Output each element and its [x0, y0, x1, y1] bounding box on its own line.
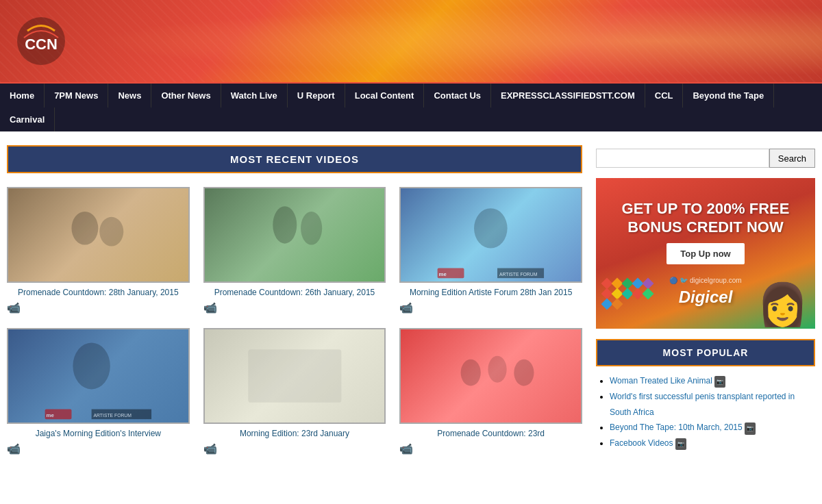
logo-container: CCN — [14, 14, 68, 68]
video-camera-icon-2: 📹 — [399, 301, 413, 314]
video-card-2[interactable]: meARTISTE FORUM Morning Edition Artiste … — [399, 187, 582, 314]
nav-item-carnival[interactable]: Carnival — [0, 108, 55, 131]
svg-point-7 — [301, 212, 322, 245]
video-camera-icon-1: 📹 — [203, 301, 217, 314]
sidebar: Search GET UP TO 200% FREE BONUS CREDIT … — [596, 145, 815, 469]
digicel-logo: Digicel — [679, 288, 733, 307]
nav-item-contact-us[interactable]: Contact Us — [424, 84, 491, 108]
nav-item-news[interactable]: News — [108, 84, 151, 108]
site-header: CCN — [0, 0, 822, 82]
most-popular-title: MOST POPULAR — [596, 339, 815, 366]
svg-text:CCN: CCN — [25, 36, 58, 53]
svg-rect-2 — [38, 188, 158, 281]
search-input[interactable] — [596, 149, 769, 168]
video-card-3[interactable]: meARTISTE FORUM Jaiga's Morning Edition'… — [7, 328, 190, 455]
popular-list: Woman Treated Like Animal📷World's first … — [596, 373, 815, 451]
video-thumb-3: meARTISTE FORUM — [7, 328, 190, 424]
main-content: MOST RECENT VIDEOS Promenade Countdown: … — [0, 131, 822, 483]
svg-point-23 — [461, 360, 481, 386]
search-bar: Search — [596, 145, 815, 168]
ad-website: digicelgroup.com — [690, 277, 742, 284]
popular-link-3[interactable]: Facebook Videos — [610, 438, 673, 448]
video-title-5: Promenade Countdown: 23rd — [437, 428, 545, 440]
section-title: MOST RECENT VIDEOS — [7, 145, 582, 173]
svg-point-6 — [273, 206, 297, 243]
video-title-2: Morning Edition Artiste Forum 28th Jan 2… — [410, 287, 572, 299]
svg-point-3 — [71, 212, 98, 245]
ad-character: 👩 — [757, 280, 808, 329]
video-card-1[interactable]: Promenade Countdown: 26th January, 2015📹 — [203, 187, 386, 314]
site-logo: CCN — [14, 14, 68, 68]
svg-rect-21 — [248, 349, 341, 403]
video-thumb-5 — [399, 328, 582, 424]
video-title-4: Morning Edition: 23rd January — [240, 428, 349, 440]
popular-item-2: Beyond The Tape: 10th March, 2015📷 — [610, 420, 815, 436]
nav-item-ccl[interactable]: CCL — [645, 84, 684, 108]
svg-point-24 — [488, 356, 507, 383]
svg-text:ARTISTE FORUM: ARTISTE FORUM — [94, 413, 132, 418]
video-camera-icon-3: 📹 — [7, 442, 21, 455]
popular-link-2[interactable]: Beyond The Tape: 10th March, 2015 — [610, 423, 743, 432]
nav-item-u-report[interactable]: U Report — [288, 84, 345, 108]
video-thumb-1 — [203, 187, 386, 283]
video-title-1: Promenade Countdown: 26th January, 2015 — [214, 287, 375, 299]
ad-title: GET UP TO 200% FREE BONUS CREDIT NOW — [610, 200, 801, 236]
content-area: MOST RECENT VIDEOS Promenade Countdown: … — [7, 145, 582, 469]
video-camera-icon-5: 📹 — [399, 442, 413, 455]
video-card-0[interactable]: Promenade Countdown: 28th January, 2015📹 — [7, 187, 190, 314]
svg-text:ARTISTE FORUM: ARTISTE FORUM — [499, 272, 538, 277]
video-thumb-0 — [7, 187, 190, 283]
nav-item-home[interactable]: Home — [0, 84, 45, 108]
popular-item-0: Woman Treated Like Animal📷 — [610, 373, 815, 389]
nav-item-watch-live[interactable]: Watch Live — [221, 84, 288, 108]
video-card-4[interactable]: Morning Edition: 23rd January📹 — [203, 328, 386, 455]
popular-item-3: Facebook Videos📷 — [610, 436, 815, 451]
ad-banner: GET UP TO 200% FREE BONUS CREDIT NOW Top… — [596, 178, 815, 329]
ad-shapes — [603, 279, 658, 308]
svg-point-25 — [514, 360, 534, 386]
video-card-5[interactable]: Promenade Countdown: 23rd📹 — [399, 328, 582, 455]
video-title-0: Promenade Countdown: 28th January, 2015 — [18, 287, 179, 299]
popular-cam-icon-0: 📷 — [714, 376, 725, 388]
video-title-3: Jaiga's Morning Edition's Interview — [36, 428, 161, 440]
svg-point-19 — [73, 342, 110, 389]
search-button[interactable]: Search — [769, 149, 815, 168]
svg-point-13 — [474, 208, 508, 248]
video-grid: Promenade Countdown: 28th January, 2015📹… — [7, 187, 582, 455]
main-navbar: Home7PM NewsNewsOther NewsWatch LiveU Re… — [0, 82, 822, 131]
popular-cam-icon-3: 📷 — [675, 438, 686, 450]
popular-cam-icon-2: 📷 — [745, 423, 756, 434]
nav-item-7pm-news[interactable]: 7PM News — [45, 84, 108, 108]
popular-link-1[interactable]: World's first successful penis transplan… — [610, 392, 795, 417]
svg-point-4 — [99, 217, 123, 247]
nav-item-other-news[interactable]: Other News — [151, 84, 221, 108]
video-thumb-4 — [203, 328, 386, 424]
nav-item-express-classifieds[interactable]: EXPRESSCLASSIFIEDSTT.COM — [491, 84, 645, 108]
ad-footer: 🔵 🐦 digicelgroup.com — [669, 277, 741, 284]
ad-topup-button[interactable]: Top Up now — [667, 243, 744, 264]
nav-item-beyond-the-tape[interactable]: Beyond the Tape — [683, 84, 774, 108]
svg-text:me: me — [439, 271, 447, 277]
video-camera-icon-4: 📹 — [203, 442, 217, 455]
popular-link-0[interactable]: Woman Treated Like Animal — [610, 376, 712, 386]
ad-social-icons: 🔵 🐦 — [669, 277, 690, 284]
video-thumb-2: meARTISTE FORUM — [399, 187, 582, 283]
nav-item-local-content[interactable]: Local Content — [345, 84, 425, 108]
svg-text:me: me — [47, 412, 55, 418]
popular-item-1: World's first successful penis transplan… — [610, 389, 815, 420]
video-camera-icon-0: 📹 — [7, 301, 21, 314]
